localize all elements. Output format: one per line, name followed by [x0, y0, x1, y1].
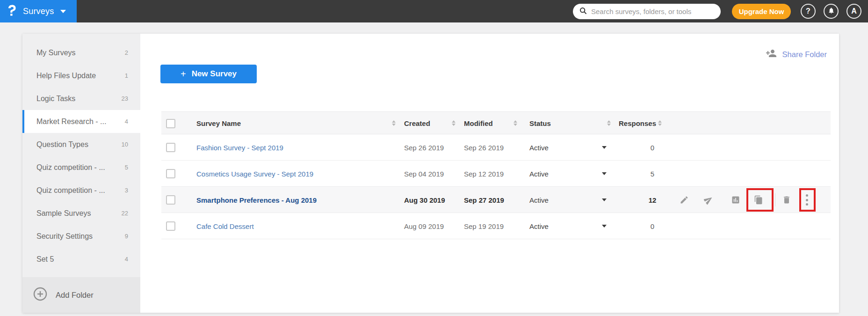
folder-count: 23 [122, 95, 128, 102]
folder-count: 9 [125, 233, 128, 240]
sort-icon[interactable] [452, 120, 456, 126]
folder-count: 2 [125, 49, 128, 56]
sidebar-item-sample-surveys[interactable]: Sample Surveys 22 [22, 202, 140, 225]
folder-count: 1 [125, 72, 128, 79]
send-icon[interactable] [704, 195, 713, 205]
responses-count: 0 [638, 222, 666, 230]
sidebar-item-market-research[interactable]: Market Research - ... 4 [22, 110, 140, 133]
sort-icon[interactable] [658, 120, 662, 126]
folder-count: 5 [125, 164, 128, 171]
sidebar-item-security-settings[interactable]: Security Settings 9 [22, 225, 140, 248]
status-dropdown[interactable]: Active [529, 222, 549, 230]
responses-count: 0 [638, 143, 666, 151]
plus-icon: + [181, 69, 186, 80]
select-all-checkbox[interactable] [166, 119, 175, 128]
folder-count: 22 [122, 210, 128, 217]
created-date: Aug 30 2019 [404, 196, 445, 204]
row-checkbox[interactable] [166, 221, 175, 231]
survey-name-link[interactable]: Cafe Cold Dessert [196, 222, 254, 230]
new-survey-button[interactable]: + New Survey [160, 65, 257, 83]
table-row: Fashion Survey - Sept 2019 Sep 26 2019 S… [161, 134, 831, 161]
table-row-active-hover: Smartphone Preferences - Aug 2019 Aug 30… [161, 187, 831, 213]
surveys-table: Survey Name Created Modified Status Resp… [161, 111, 831, 239]
plus-circle-icon [33, 287, 48, 303]
folder-list: My Surveys 2 Help Files Update 1 Logic T… [22, 34, 140, 277]
avatar-initial: A [851, 7, 857, 15]
sidebar-item-quiz-competition-1[interactable]: Quiz competition - ... 5 [22, 156, 140, 179]
notifications-button[interactable] [824, 4, 839, 19]
delete-icon[interactable] [782, 195, 791, 205]
global-search [573, 4, 721, 19]
table-row: Cafe Cold Dessert Aug 09 2019 Sep 19 201… [161, 213, 831, 239]
top-bar: Surveys Upgrade Now ? A [0, 0, 868, 22]
status-caret-icon[interactable] [602, 198, 607, 201]
upgrade-now-button[interactable]: Upgrade Now [732, 4, 791, 19]
row-checkbox[interactable] [166, 195, 175, 205]
app-name: Surveys [23, 7, 54, 16]
divider [775, 193, 775, 206]
table-row: Cosmetics Usage Survey - Sept 2019 Sep 0… [161, 161, 831, 187]
help-button[interactable]: ? [801, 4, 816, 19]
reports-icon[interactable] [731, 195, 740, 205]
created-date: Sep 04 2019 [404, 169, 444, 177]
column-header-survey-name: Survey Name [196, 119, 241, 127]
sidebar-item-quiz-competition-2[interactable]: Quiz competition - ... 3 [22, 179, 140, 202]
highlight-box-duplicate [746, 188, 774, 212]
column-header-status: Status [529, 119, 551, 127]
column-header-responses: Responses [619, 119, 656, 127]
surveys-panel: My Surveys 2 Help Files Update 1 Logic T… [22, 34, 839, 313]
sidebar-item-help-files-update[interactable]: Help Files Update 1 [22, 64, 140, 87]
highlight-box-more [799, 188, 816, 212]
modified-date: Sep 12 2019 [464, 169, 504, 177]
row-checkbox[interactable] [166, 143, 175, 152]
search-icon [579, 7, 587, 16]
share-folder-button[interactable]: Share Folder [766, 48, 827, 61]
sort-icon[interactable] [514, 120, 517, 126]
sidebar-item-logic-tasks[interactable]: Logic Tasks 23 [22, 87, 140, 110]
column-header-created: Created [404, 119, 430, 127]
folder-count: 4 [125, 256, 128, 263]
folder-count: 10 [122, 141, 128, 148]
column-header-modified: Modified [464, 119, 493, 127]
survey-name-link[interactable]: Fashion Survey - Sept 2019 [196, 143, 283, 151]
created-date: Sep 26 2019 [404, 143, 444, 151]
status-caret-icon[interactable] [602, 172, 607, 175]
question-mark-icon: ? [806, 7, 810, 15]
person-add-icon [766, 48, 777, 61]
responses-count: 12 [638, 196, 666, 204]
survey-name-link[interactable]: Cosmetics Usage Survey - Sept 2019 [196, 169, 313, 177]
chevron-down-icon [60, 10, 66, 13]
status-dropdown[interactable]: Active [529, 196, 549, 204]
sidebar-item-question-types[interactable]: Question Types 10 [22, 133, 140, 156]
table-header-row: Survey Name Created Modified Status Resp… [161, 111, 831, 134]
edit-icon[interactable] [680, 195, 689, 205]
folders-sidebar: My Surveys 2 Help Files Update 1 Logic T… [22, 34, 140, 313]
proprofs-logo-icon [7, 4, 17, 19]
modified-date: Sep 27 2019 [464, 196, 504, 204]
sort-icon[interactable] [392, 120, 396, 126]
modified-date: Sep 26 2019 [464, 143, 504, 151]
created-date: Aug 09 2019 [404, 222, 444, 230]
status-dropdown[interactable]: Active [529, 143, 549, 151]
responses-count: 5 [638, 169, 666, 177]
sidebar-item-set-5[interactable]: Set 5 4 [22, 248, 140, 271]
survey-name-link[interactable]: Smartphone Preferences - Aug 2019 [196, 196, 317, 204]
bell-icon [828, 7, 835, 16]
status-caret-icon[interactable] [602, 146, 607, 149]
modified-date: Sep 19 2019 [464, 222, 504, 230]
search-input[interactable] [591, 7, 714, 15]
status-dropdown[interactable]: Active [529, 169, 549, 177]
folder-count: 3 [125, 187, 128, 194]
sort-icon[interactable] [607, 120, 611, 126]
account-avatar[interactable]: A [846, 4, 861, 19]
status-caret-icon[interactable] [602, 225, 607, 228]
folder-count: 4 [125, 118, 128, 125]
row-checkbox[interactable] [166, 169, 175, 178]
add-folder-button[interactable]: Add Folder [22, 277, 140, 313]
app-switcher-button[interactable]: Surveys [0, 0, 77, 22]
sidebar-item-my-surveys[interactable]: My Surveys 2 [22, 41, 140, 64]
